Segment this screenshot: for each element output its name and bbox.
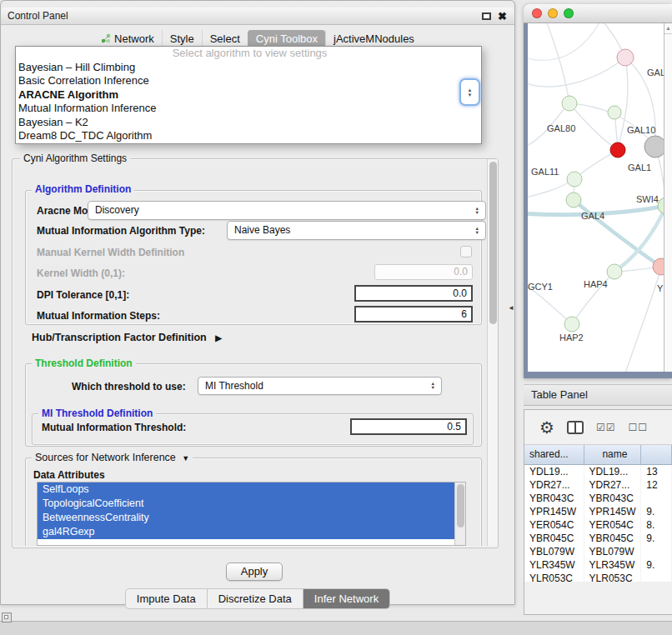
table-cell: YLR345W	[524, 558, 584, 572]
mi-threshold-input[interactable]: 0.5	[350, 418, 467, 435]
table-row[interactable]: YLR345WYLR345W9.	[524, 558, 672, 572]
bottom-tab-segment: Impute DataDiscretize DataInfer Network	[125, 588, 390, 609]
table-row[interactable]: YDL19...YDL19...13	[524, 465, 672, 478]
network-canvas-wrap: GAL7GAL80GAL10GAL11GAL1SWI4GAL4GCY1HAP4Y…	[528, 23, 664, 372]
table-row[interactable]: YBR043CYBR043C	[524, 492, 672, 505]
column-header-shared[interactable]: shared...	[524, 445, 584, 465]
aracne-mode-select[interactable]: Discovery ▲▼	[88, 201, 486, 220]
close-button[interactable]	[532, 8, 542, 18]
zoom-button[interactable]	[564, 8, 574, 18]
bottom-tab-impute-data[interactable]: Impute Data	[126, 589, 207, 608]
which-threshold-label: Which threshold to use:	[72, 380, 186, 393]
table-cell: YDR27...	[524, 478, 584, 492]
control-panel-titlebar[interactable]: Control Panel ✖	[1, 8, 514, 25]
network-scrollbar[interactable]: ▲	[664, 23, 672, 372]
network-node[interactable]	[617, 49, 634, 66]
attributes-list-scrollbar[interactable]	[454, 482, 465, 545]
network-node[interactable]	[608, 106, 621, 119]
minimize-button[interactable]	[548, 8, 558, 18]
table-cell: YLR053C	[584, 572, 642, 582]
dropdown-item-dream8-dc-tdc-algorithm[interactable]: Dream8 DC_TDC Algorithm	[16, 129, 481, 143]
network-edge[interactable]	[528, 23, 603, 60]
bottom-tab-discretize-data[interactable]: Discretize Data	[207, 589, 303, 608]
node-label-gal11: GAL11	[531, 167, 559, 177]
columns-icon[interactable]	[567, 421, 584, 434]
bottom-tab-infer-network[interactable]: Infer Network	[303, 589, 389, 608]
tab-style[interactable]: Style	[162, 30, 202, 48]
node-label-swi4: SWI4	[636, 194, 659, 204]
close-icon[interactable]: ✖	[498, 12, 507, 21]
dropdown-item-bayesian-hill-climbing[interactable]: Bayesian – Hill Climbing	[16, 61, 481, 75]
gear-icon[interactable]: ⚙	[539, 419, 554, 436]
table-row[interactable]: YPR145WYPR145W9.	[524, 505, 672, 518]
manual-kernel-checkbox[interactable]	[460, 246, 472, 258]
hub-section-label[interactable]: Hub/Transcription Factor Definition ▶	[32, 331, 222, 345]
mi-type-label: Mutual Information Algorithm Type:	[37, 224, 205, 238]
table-row[interactable]: YBR045CYBR045C9.	[524, 532, 672, 545]
settings-scrollbar[interactable]	[487, 159, 498, 546]
network-node[interactable]	[607, 264, 622, 279]
network-canvas[interactable]: GAL7GAL80GAL10GAL11GAL1SWI4GAL4GCY1HAP4Y…	[528, 23, 664, 372]
table-row[interactable]: YBL079WYBL079W	[524, 545, 672, 558]
network-edge[interactable]	[544, 23, 569, 103]
attribute-item-topologicalcoefficient[interactable]: TopologicalCoefficient	[38, 497, 454, 511]
sources-title-text: Sources for Network Inference	[35, 452, 176, 463]
table-cell: YPR145W	[584, 505, 642, 518]
column-header-col-2[interactable]	[641, 445, 672, 465]
scroll-up-icon[interactable]: ▲	[664, 23, 672, 34]
table-cell: YBR045C	[584, 532, 642, 545]
table-panel-titlebar[interactable]: Table Panel	[524, 384, 672, 406]
network-node[interactable]	[567, 172, 582, 187]
network-node[interactable]	[564, 317, 579, 332]
table-cell: YBR043C	[524, 492, 584, 505]
dropdown-item-basic-correlation-inference[interactable]: Basic Correlation Inference	[16, 74, 481, 88]
mi-steps-input[interactable]: 6	[354, 306, 473, 322]
algorithm-combo-arrows[interactable]: ▲▼	[459, 78, 480, 106]
apply-button[interactable]: Apply	[226, 562, 283, 581]
attribute-item-betweennesscentrality[interactable]: BetweennessCentrality	[38, 511, 454, 525]
table-row[interactable]: YLR053CYLR053C	[524, 572, 672, 582]
tab-select[interactable]: Select	[202, 30, 248, 48]
cyni-settings-group-title: Cyni Algorithm Settings	[20, 152, 130, 164]
network-node[interactable]	[562, 96, 577, 111]
mi-type-select[interactable]: Naive Bayes ▲▼	[227, 221, 486, 240]
sources-group-title[interactable]: Sources for Network Inference ▼	[32, 452, 193, 463]
table-cell: 12	[641, 478, 672, 492]
settings-scrollbar-thumb[interactable]	[489, 162, 497, 324]
checked-boxes-icon[interactable]: ☑☑	[596, 422, 616, 433]
column-header-name[interactable]: name	[584, 445, 642, 465]
attributes-scrollbar-thumb[interactable]	[457, 484, 464, 528]
data-attributes-list[interactable]: SelfLoopsTopologicalCoefficientBetweenne…	[37, 482, 466, 546]
chevron-down-icon[interactable]: ▼	[182, 454, 189, 462]
dropdown-item-mutual-information-inference[interactable]: Mutual Information Inference	[16, 102, 481, 116]
table-row[interactable]: YDR27...YDR27...12	[524, 478, 672, 492]
dropdown-item-bayesian-k2[interactable]: Bayesian – K2	[16, 116, 481, 130]
tab-label: Style	[170, 32, 194, 45]
kernel-width-input[interactable]: 0.0	[374, 264, 473, 280]
tab-network[interactable]: Network	[93, 30, 162, 48]
panel-dock-icon[interactable]	[2, 612, 12, 622]
node-label-gal4: GAL4	[581, 211, 604, 221]
network-edge[interactable]	[624, 267, 661, 372]
network-node[interactable]	[566, 192, 581, 208]
which-threshold-select[interactable]: MI Threshold ▲▼	[198, 377, 442, 395]
table-row[interactable]: YER054CYER054C8.	[524, 518, 672, 532]
attribute-item-selfloops[interactable]: SelfLoops	[38, 482, 454, 497]
network-edge[interactable]	[528, 58, 625, 87]
attribute-item-gal4rgexp[interactable]: gal4RGexp	[38, 525, 454, 539]
tab-cyni-toolbox[interactable]: Cyni Toolbox	[248, 30, 325, 48]
network-edge[interactable]	[618, 58, 628, 150]
dropdown-item-aracne-algorithm[interactable]: ARACNE Algorithm	[16, 88, 481, 102]
unchecked-boxes-icon[interactable]: ☐☐	[628, 422, 648, 433]
network-node[interactable]	[610, 142, 625, 158]
network-window-titlebar[interactable]	[524, 4, 672, 23]
splitter-collapse-icon[interactable]: ◄	[508, 304, 514, 312]
network-node[interactable]	[658, 198, 664, 214]
window-title: Control Panel	[8, 10, 68, 22]
dpi-tolerance-input[interactable]: 0.0	[354, 285, 473, 302]
chevron-right-icon[interactable]: ▶	[215, 333, 222, 342]
float-window-icon[interactable]	[482, 12, 491, 20]
tab-jactivemnodules[interactable]: jActiveMNodules	[325, 30, 422, 48]
table-cell: 9.	[641, 505, 672, 518]
network-node[interactable]	[644, 136, 664, 158]
